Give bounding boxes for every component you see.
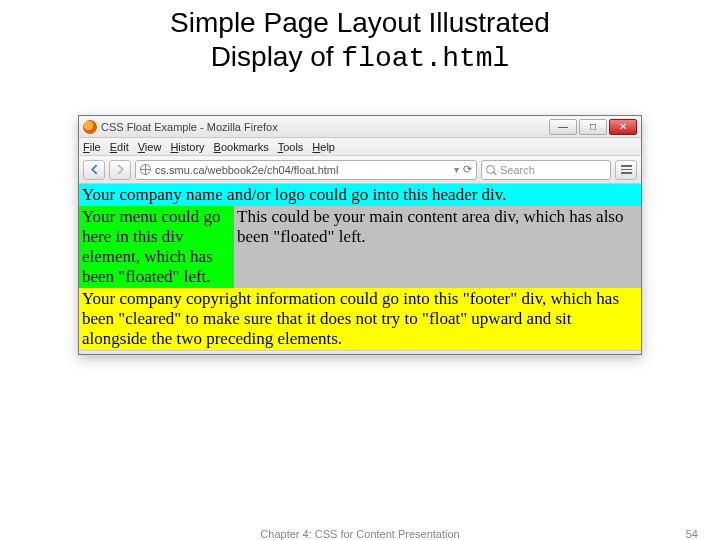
page-float-row: Your menu could go here in this div elem…	[79, 206, 641, 288]
url-bar[interactable]: cs.smu.ca/webbook2e/ch04/float.html ▾ ⟳	[135, 160, 477, 180]
chapter-label: Chapter 4: CSS for Content Presentation	[260, 528, 459, 540]
menu-view[interactable]: View	[138, 141, 162, 153]
browser-menubar: File Edit View History Bookmarks Tools H…	[79, 138, 641, 156]
browser-viewport: Your company name and/or logo could go i…	[79, 184, 641, 350]
page-number: 54	[686, 528, 698, 540]
browser-statusbar	[79, 350, 641, 354]
menu-tools[interactable]: Tools	[278, 141, 304, 153]
url-text: cs.smu.ca/webbook2e/ch04/float.html	[155, 164, 338, 176]
page-footer-div: Your company copyright information could…	[79, 288, 641, 350]
browser-titlebar: CSS Float Example - Mozilla Firefox — □ …	[79, 116, 641, 138]
arrow-right-icon	[115, 164, 126, 175]
window-title: CSS Float Example - Mozilla Firefox	[101, 121, 278, 133]
search-placeholder: Search	[500, 164, 535, 176]
page-header-div: Your company name and/or logo could go i…	[79, 184, 641, 206]
minimize-button[interactable]: —	[549, 119, 577, 135]
slide-title-line1: Simple Page Layout Illustrated	[170, 7, 550, 38]
menu-history[interactable]: History	[170, 141, 204, 153]
hamburger-icon	[621, 165, 632, 167]
menu-bookmarks[interactable]: Bookmarks	[214, 141, 269, 153]
maximize-button[interactable]: □	[579, 119, 607, 135]
window-controls: — □ ✕	[547, 119, 637, 135]
back-button[interactable]	[83, 160, 105, 180]
url-dropdown-icon[interactable]: ▾	[454, 164, 459, 175]
slide-title: Simple Page Layout Illustrated Display o…	[0, 0, 720, 75]
globe-icon	[140, 164, 151, 175]
close-button[interactable]: ✕	[609, 119, 637, 135]
reload-icon[interactable]: ⟳	[463, 163, 472, 176]
browser-toolbar: cs.smu.ca/webbook2e/ch04/float.html ▾ ⟳ …	[79, 156, 641, 184]
arrow-left-icon	[89, 164, 100, 175]
search-bar[interactable]: Search	[481, 160, 611, 180]
menu-edit[interactable]: Edit	[110, 141, 129, 153]
slide-title-line2-pre: Display of	[211, 41, 342, 72]
page-menu-div: Your menu could go here in this div elem…	[79, 206, 234, 288]
search-icon	[486, 165, 496, 175]
hamburger-menu-button[interactable]	[615, 160, 637, 180]
page-content-div: This could be your main content area div…	[234, 206, 641, 288]
browser-window: CSS Float Example - Mozilla Firefox — □ …	[78, 115, 642, 355]
forward-button[interactable]	[109, 160, 131, 180]
menu-help[interactable]: Help	[312, 141, 335, 153]
slide-title-filename: float.html	[341, 43, 509, 74]
firefox-icon	[83, 120, 97, 134]
menu-file[interactable]: File	[83, 141, 101, 153]
